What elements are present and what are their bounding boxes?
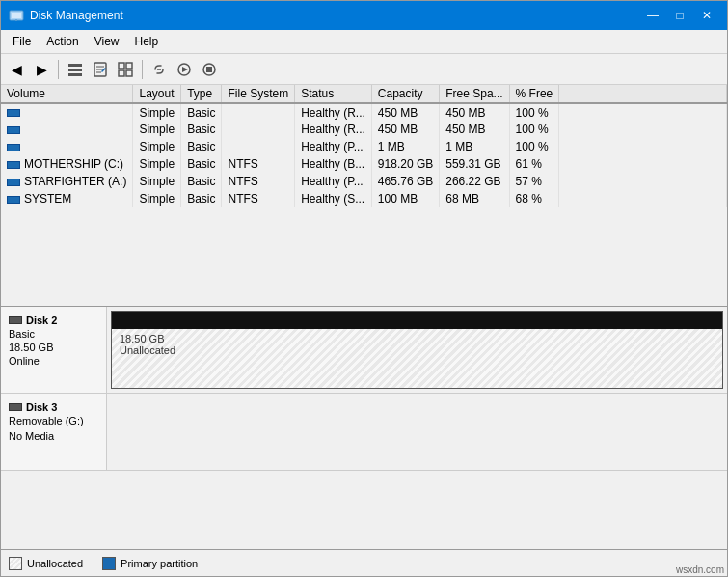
disk-panel-scroll[interactable]: Disk 2 Basic 18.50 GB Online 18.50 GB Un… [1,307,727,549]
toolbar-btn-6[interactable] [148,58,171,81]
disk-3-type: Removable (G:) [9,415,98,426]
volume-table: Volume Layout Type File System Status Ca… [1,85,727,207]
table-row[interactable]: MOTHERSHIP (C:)SimpleBasicNTFSHealthy (B… [1,155,727,173]
svg-rect-13 [126,70,132,76]
link-icon [151,62,167,77]
legend-unallocated-label: Unallocated [27,558,83,569]
table-cell-status-1: Healthy (R... [295,121,372,138]
svg-rect-12 [119,70,124,76]
table-cell-capacity-2: 1 MB [371,138,439,155]
disk-2-partition-size: 18.50 GB [120,333,715,344]
table-cell-free-2: 1 MB [440,138,509,155]
legend-unallocated: Unallocated [9,557,83,570]
table-cell-volume-5: SYSTEM [1,190,133,207]
col-header-free[interactable]: Free Spa... [440,85,509,103]
row-disk-icon [7,179,20,186]
toolbar: ◀ ▶ [1,54,727,85]
table-cell-type-2: Basic [181,138,222,155]
table-cell-free-4: 266.22 GB [440,173,509,190]
table-cell-type-4: Basic [181,173,222,190]
table-cell-type-1: Basic [181,121,222,138]
table-cell-volume-0 [1,103,133,121]
table-cell-type-3: Basic [181,155,222,173]
table-cell-layout-3: Simple [133,155,181,173]
table-row[interactable]: SimpleBasicHealthy (R...450 MB450 MB100 … [1,103,727,121]
disk-3-title: Disk 3 [26,401,57,413]
col-header-volume[interactable]: Volume [1,85,133,103]
disk-row-3: Disk 3 Removable (G:) No Media [1,394,727,471]
close-button[interactable]: ✕ [694,7,719,24]
table-cell-status-4: Healthy (P... [295,173,372,190]
table-cell-pct-1: 100 % [509,121,559,138]
title-bar-left: Disk Management [9,8,123,23]
row-disk-icon [7,196,20,204]
col-header-capacity[interactable]: Capacity [371,85,439,103]
col-header-extra [559,85,727,103]
maximize-button[interactable]: □ [667,7,692,24]
grid-icon [118,62,133,77]
legend-unallocated-box [9,557,22,570]
table-cell-volume-3: MOTHERSHIP (C:) [1,155,133,173]
col-header-status[interactable]: Status [295,85,372,103]
col-header-layout[interactable]: Layout [133,85,181,103]
table-cell-status-3: Healthy (B... [295,155,372,173]
menu-view[interactable]: View [87,32,127,51]
status-bar: Unallocated Primary partition wsxdn.com [1,549,727,576]
disk-3-content [107,394,727,470]
main-content: Volume Layout Type File System Status Ca… [1,85,727,549]
table-cell-type-0: Basic [181,103,222,121]
toolbar-btn-4[interactable] [89,58,112,81]
disk-2-status: Online [9,355,98,367]
disk-2-label: Disk 2 Basic 18.50 GB Online [1,307,107,393]
toolbar-btn-8[interactable] [198,58,221,81]
col-header-type[interactable]: Type [181,85,222,103]
table-cell-status-5: Healthy (S... [295,190,372,207]
window-title: Disk Management [30,9,123,22]
table-row[interactable]: SYSTEMSimpleBasicNTFSHealthy (S...100 MB… [1,190,727,207]
disk-2-icon [9,316,22,324]
table-cell-type-5: Basic [181,190,222,207]
table-cell-filesystem-4: NTFS [222,173,295,190]
table-cell-capacity-1: 450 MB [371,121,439,138]
table-cell-extra-5 [559,190,727,207]
row-disk-icon [7,109,20,117]
menu-bar: File Action View Help [1,30,727,54]
svg-rect-10 [119,63,124,69]
menu-action[interactable]: Action [39,32,86,51]
menu-file[interactable]: File [5,32,39,51]
table-cell-volume-2 [1,138,133,155]
col-header-pct[interactable]: % Free [509,85,559,103]
forward-button[interactable]: ▶ [30,58,53,81]
table-cell-extra-0 [559,103,727,121]
legend-primary-box [102,557,116,570]
col-header-filesystem[interactable]: File System [222,85,295,103]
table-cell-layout-5: Simple [133,190,181,207]
toolbar-btn-7[interactable] [173,58,196,81]
table-cell-capacity-0: 450 MB [371,103,439,121]
table-cell-extra-1 [559,121,727,138]
table-cell-layout-0: Simple [133,103,181,121]
back-button[interactable]: ◀ [5,58,28,81]
row-disk-icon [7,144,20,151]
svg-rect-1 [12,13,21,18]
legend-primary: Primary partition [102,557,198,570]
svg-rect-3 [68,64,82,67]
table-cell-layout-1: Simple [133,121,181,138]
app-icon [9,8,24,23]
table-cell-capacity-3: 918.20 GB [371,155,439,173]
table-row[interactable]: SimpleBasicHealthy (P...1 MB1 MB100 % [1,138,727,155]
menu-help[interactable]: Help [127,32,167,51]
table-row[interactable]: SimpleBasicHealthy (R...450 MB450 MB100 … [1,121,727,138]
table-cell-free-5: 68 MB [440,190,509,207]
table-cell-capacity-4: 465.76 GB [371,173,439,190]
table-row[interactable]: STARFIGHTER (A:)SimpleBasicNTFSHealthy (… [1,173,727,190]
minimize-button[interactable]: — [640,7,665,24]
svg-marker-16 [182,67,188,72]
disk-2-unallocated[interactable]: 18.50 GB Unallocated [111,311,723,389]
disk-row-2: Disk 2 Basic 18.50 GB Online 18.50 GB Un… [1,307,727,394]
toolbar-btn-3[interactable] [64,58,87,81]
table-cell-filesystem-2 [222,138,295,155]
toolbar-sep-2 [142,60,143,79]
toolbar-btn-5[interactable] [114,58,137,81]
table-header-row: Volume Layout Type File System Status Ca… [1,85,727,103]
